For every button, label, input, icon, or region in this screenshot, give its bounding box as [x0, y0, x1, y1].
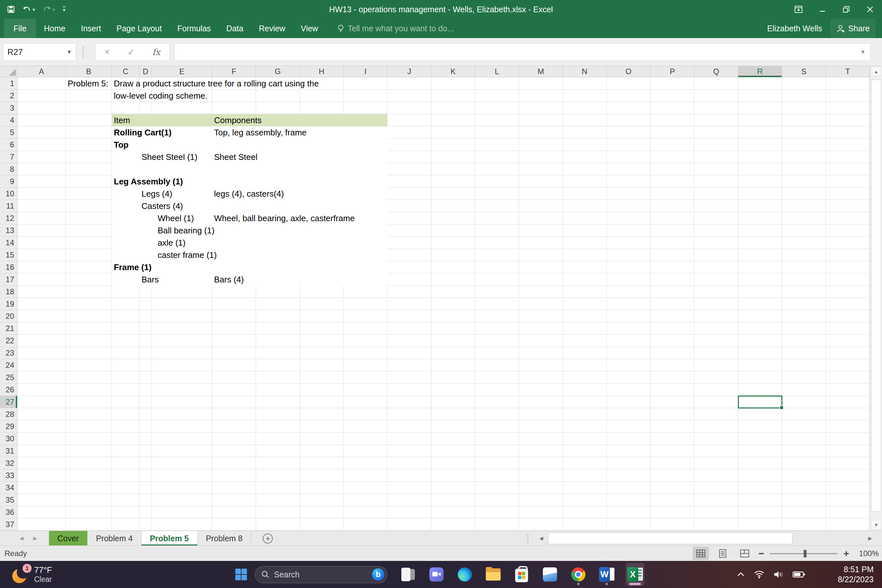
volume-icon[interactable] — [773, 570, 784, 579]
column-header-P[interactable]: P — [651, 66, 694, 77]
chat-taskbar-button[interactable] — [427, 563, 446, 586]
row-header-18[interactable]: 18 — [0, 286, 17, 298]
row-header-15[interactable]: 15 — [0, 249, 17, 261]
row-header-33[interactable]: 33 — [0, 470, 17, 482]
cell-D7[interactable]: Sheet Steel (1) — [141, 151, 197, 163]
enter-entry-button[interactable]: ✓ — [128, 47, 135, 57]
row-header-10[interactable]: 10 — [0, 188, 17, 200]
battery-icon[interactable] — [792, 571, 805, 578]
row-header-25[interactable]: 25 — [0, 371, 17, 384]
row-header-32[interactable]: 32 — [0, 457, 17, 470]
column-header-N[interactable]: N — [563, 66, 607, 77]
ribbon-tab-review[interactable]: Review — [251, 19, 293, 38]
tab-scroll-splitter[interactable] — [527, 534, 528, 543]
cell-C1[interactable]: Draw a product structure tree for a roll… — [114, 77, 319, 90]
zoom-out-button[interactable]: − — [759, 549, 764, 558]
name-box-dropdown[interactable]: ▼ — [63, 44, 76, 61]
hscroll-thumb[interactable] — [548, 532, 792, 544]
fill-handle[interactable] — [780, 405, 784, 410]
row-header-8[interactable]: 8 — [0, 163, 17, 176]
ribbon-tab-page-layout[interactable]: Page Layout — [109, 19, 170, 38]
sheet-tab-problem-4[interactable]: Problem 4 — [88, 531, 141, 546]
zoom-slider[interactable] — [770, 553, 837, 554]
start-button[interactable] — [232, 563, 250, 586]
cell-F10[interactable]: legs (4), casters(4) — [214, 188, 284, 200]
word-taskbar-button[interactable]: W — [597, 563, 616, 586]
task-view-taskbar-button[interactable] — [399, 563, 417, 586]
cell-C2[interactable]: low-level coding scheme. — [114, 90, 207, 102]
redo-dropdown-caret[interactable]: ▾ — [53, 7, 56, 12]
ribbon-tab-formulas[interactable]: Formulas — [170, 19, 219, 38]
restore-down-button[interactable] — [834, 0, 858, 19]
vscroll-down-arrow[interactable]: ▼ — [871, 520, 881, 530]
row-header-13[interactable]: 13 — [0, 224, 17, 237]
column-header-L[interactable]: L — [475, 66, 519, 77]
row-header-5[interactable]: 5 — [0, 126, 17, 139]
row-header-7[interactable]: 7 — [0, 151, 17, 163]
ribbon-tab-file[interactable]: File — [4, 19, 36, 38]
chrome-taskbar-button[interactable] — [569, 563, 588, 586]
row-header-35[interactable]: 35 — [0, 494, 17, 506]
mail-taskbar-button[interactable] — [541, 563, 559, 586]
minimize-button[interactable] — [810, 0, 834, 19]
row-header-21[interactable]: 21 — [0, 322, 17, 334]
row-header-4[interactable]: 4 — [0, 114, 17, 126]
redo-button[interactable]: ▾ — [43, 6, 56, 13]
column-header-M[interactable]: M — [519, 66, 563, 77]
sheet-tab-problem-8[interactable]: Problem 8 — [198, 531, 252, 546]
cell-F5[interactable]: Top, leg assembly, frame — [214, 126, 307, 139]
cell-D10[interactable]: Legs (4) — [141, 188, 172, 200]
undo-button[interactable]: ▾ — [22, 6, 35, 13]
row-header-16[interactable]: 16 — [0, 261, 17, 273]
cell-F17[interactable]: Bars (4) — [214, 273, 244, 286]
selected-cell-R27[interactable] — [738, 396, 782, 408]
cell-C9[interactable]: Leg Assembly (1) — [114, 176, 183, 188]
share-button[interactable]: Share — [830, 19, 876, 38]
taskbar-clock[interactable]: 8:51 PM 8/22/2023 — [838, 561, 874, 588]
row-header-26[interactable]: 26 — [0, 384, 17, 396]
column-header-C[interactable]: C — [112, 66, 140, 77]
row-header-20[interactable]: 20 — [0, 310, 17, 322]
cell-F4[interactable]: Components — [214, 114, 261, 126]
sheet-tab-cover[interactable]: Cover — [49, 531, 88, 546]
column-header-J[interactable]: J — [387, 66, 431, 77]
cell-E15[interactable]: caster frame (1) — [158, 249, 217, 261]
row-header-12[interactable]: 12 — [0, 212, 17, 224]
cell-B1[interactable]: Problem 5: — [68, 77, 108, 90]
vscroll-up-arrow[interactable]: ▲ — [871, 67, 881, 76]
column-header-G[interactable]: G — [256, 66, 300, 77]
row-header-19[interactable]: 19 — [0, 298, 17, 310]
row-header-1[interactable]: 1 — [0, 77, 17, 90]
cell-C16[interactable]: Frame (1) — [114, 261, 152, 273]
column-header-D[interactable]: D — [140, 66, 152, 77]
insert-function-button[interactable]: fx — [152, 47, 160, 57]
row-header-28[interactable]: 28 — [0, 408, 17, 420]
tell-me-box[interactable]: Tell me what you want to do... — [337, 24, 454, 33]
column-header-H[interactable]: H — [300, 66, 344, 77]
next-sheet-arrow[interactable]: ▶ — [29, 531, 41, 546]
column-header-E[interactable]: E — [152, 66, 212, 77]
formula-bar-expand-chevron[interactable]: ▼ — [860, 49, 870, 56]
zoom-level[interactable]: 100% — [855, 549, 879, 558]
weather-widget[interactable]: 1 77°F Clear — [12, 561, 52, 588]
row-header-31[interactable]: 31 — [0, 445, 17, 457]
cell-D17[interactable]: Bars — [141, 273, 159, 286]
column-header-Q[interactable]: Q — [694, 66, 738, 77]
edge-taskbar-button[interactable] — [456, 563, 474, 586]
ribbon-tab-view[interactable]: View — [293, 19, 326, 38]
row-header-27[interactable]: 27 — [0, 396, 17, 408]
column-header-I[interactable]: I — [344, 66, 387, 77]
ribbon-display-options-button[interactable] — [787, 0, 810, 19]
row-header-3[interactable]: 3 — [0, 102, 17, 114]
cell-E13[interactable]: Ball bearing (1) — [158, 224, 214, 237]
formula-input[interactable]: ▼ — [174, 43, 870, 61]
previous-sheet-arrow[interactable]: ◀ — [15, 531, 28, 546]
row-header-14[interactable]: 14 — [0, 237, 17, 249]
cell-C5[interactable]: Rolling Cart(1) — [114, 126, 171, 139]
ribbon-tab-home[interactable]: Home — [36, 19, 73, 38]
row-header-6[interactable]: 6 — [0, 139, 17, 151]
column-header-R[interactable]: R — [738, 66, 782, 77]
cell-E14[interactable]: axle (1) — [158, 237, 186, 249]
excel-taskbar-button[interactable]: X — [626, 563, 644, 586]
normal-view-button[interactable] — [693, 547, 709, 560]
